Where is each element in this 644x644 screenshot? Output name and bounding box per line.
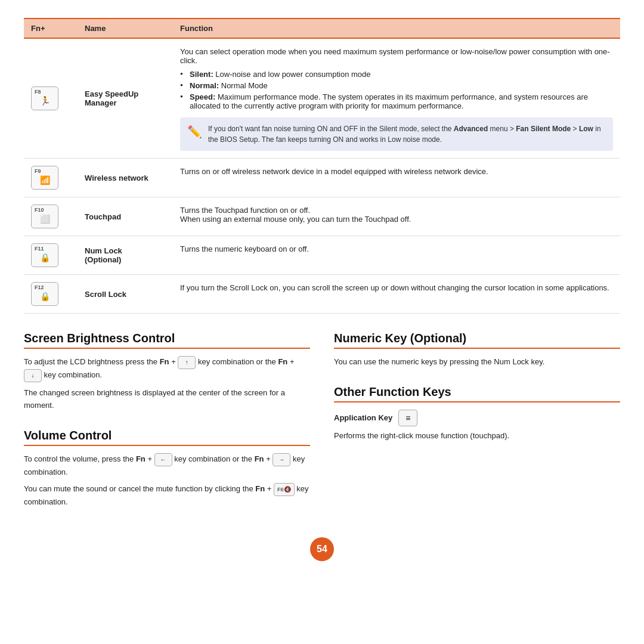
function-cell: You can select operation mode when you n… — [173, 38, 620, 159]
numeric-key-title: Numeric Key (Optional) — [334, 332, 620, 349]
numeric-key-text: You can use the numeric keys by pressing… — [334, 356, 620, 369]
page-badge: 54 — [310, 537, 334, 561]
volume-control-title: Volume Control — [24, 429, 310, 446]
table-row: F12 🔒 Scroll Lock If you turn the Scroll… — [24, 275, 620, 314]
fn-key-table: Fn+ Name Function F8 🏃 Easy SpeedUpManag… — [24, 18, 620, 314]
application-key-row: Application Key ≡ — [334, 410, 620, 426]
header-name: Name — [78, 18, 173, 38]
volume-control-text2: You can mute the sound or cancel the mut… — [24, 483, 310, 509]
name-cell: Num Lock(Optional) — [78, 236, 173, 275]
name-cell: Wireless network — [78, 159, 173, 197]
right-column: Numeric Key (Optional) You can use the n… — [334, 332, 620, 525]
wireless-network-label: Wireless network — [85, 174, 148, 182]
application-key-label: Application Key — [334, 413, 392, 422]
key-brightness-down: ↓ — [24, 369, 42, 382]
function-cell: Turns the numeric keyboard on or off. — [173, 236, 620, 275]
key-brightness-up: ↑ — [178, 356, 196, 369]
key-icon-f12: F12 🔒 — [31, 282, 58, 306]
key-cell: F12 🔒 — [24, 275, 78, 314]
key-cell: F11 🔒 — [24, 236, 78, 275]
function-cell: Turns on or off wireless network device … — [173, 159, 620, 197]
screen-brightness-text2: The changed screen brightness is display… — [24, 387, 310, 412]
screen-brightness-title: Screen Brightness Control — [24, 332, 310, 349]
table-row: F10 ⬜ Touchpad Turns the Touchpad functi… — [24, 197, 620, 236]
header-function: Function — [173, 18, 620, 38]
function-cell: Turns the Touchpad function on or off. W… — [173, 197, 620, 236]
table-row: F9 📶 Wireless network Turns on or off wi… — [24, 159, 620, 197]
note-icon: ✏️ — [187, 125, 202, 139]
other-function-keys-section: Other Function Keys Application Key ≡ Pe… — [334, 385, 620, 442]
name-cell: Easy SpeedUpManager — [78, 38, 173, 159]
key-icon-f9: F9 📶 — [31, 166, 58, 190]
table-row: F11 🔒 Num Lock(Optional) Turns the numer… — [24, 236, 620, 275]
header-fn: Fn+ — [24, 18, 78, 38]
key-vol-left: ← — [154, 453, 172, 466]
screen-brightness-text1: To adjust the LCD brightness press the F… — [24, 356, 310, 382]
application-key-desc: Performs the right-click mouse function … — [334, 430, 620, 442]
key-icon-f8: F8 🏃 — [31, 86, 58, 110]
key-vol-right: → — [273, 453, 290, 466]
numeric-key-section: Numeric Key (Optional) You can use the n… — [334, 332, 620, 369]
note-box: ✏️ If you don't want fan noise turning O… — [180, 117, 613, 151]
page-number-container: 54 — [24, 537, 620, 561]
key-icon-f10: F10 ⬜ — [31, 205, 58, 228]
other-function-keys-title: Other Function Keys — [334, 385, 620, 402]
key-cell: F9 📶 — [24, 159, 78, 197]
name-cell: Scroll Lock — [78, 275, 173, 314]
left-column: Screen Brightness Control To adjust the … — [24, 332, 310, 525]
key-cell: F8 🏃 — [24, 38, 78, 159]
function-cell: If you turn the Scroll Lock on, you can … — [173, 275, 620, 314]
name-cell: Touchpad — [78, 197, 173, 236]
key-cell: F10 ⬜ — [24, 197, 78, 236]
volume-control-section: Volume Control To control the volume, pr… — [24, 429, 310, 509]
application-key-icon: ≡ — [398, 410, 417, 426]
key-icon-f11: F11 🔒 — [31, 243, 58, 267]
screen-brightness-section: Screen Brightness Control To adjust the … — [24, 332, 310, 412]
table-row: F8 🏃 Easy SpeedUpManager You can select … — [24, 38, 620, 159]
bottom-sections: Screen Brightness Control To adjust the … — [24, 332, 620, 525]
volume-control-text1: To control the volume, press the Fn + ← … — [24, 453, 310, 479]
key-mute: F6🔇 — [274, 483, 295, 496]
